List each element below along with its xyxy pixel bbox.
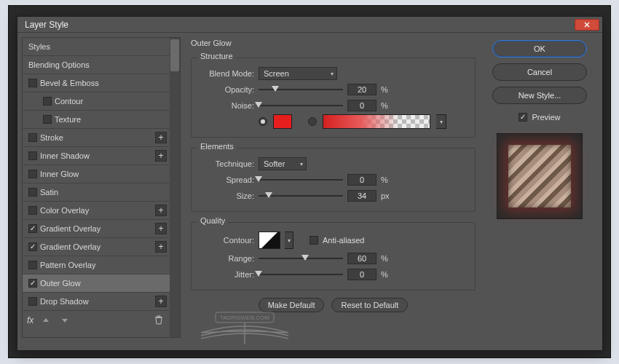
anti-aliased-checkbox[interactable]	[310, 236, 318, 245]
add-effect-button[interactable]: +	[155, 296, 167, 307]
style-checkbox[interactable]	[28, 188, 37, 197]
preview-thumbnail	[497, 133, 583, 219]
style-item[interactable]: Satin	[23, 183, 170, 202]
style-label: Outer Glow	[40, 279, 167, 288]
style-item[interactable]: Pattern Overlay	[23, 256, 170, 274]
contour-dropdown[interactable]: ▾	[285, 232, 293, 249]
opacity-slider[interactable]	[259, 84, 343, 95]
style-item[interactable]: Contour	[23, 92, 170, 111]
range-slider[interactable]	[259, 253, 343, 264]
ok-button[interactable]: OK	[492, 40, 587, 58]
contour-label: Contour:	[200, 236, 254, 245]
anti-aliased-label: Anti-aliased	[323, 236, 364, 245]
style-item[interactable]: Color Overlay+	[23, 202, 170, 220]
layer-style-dialog: Layer Style Styles Blending Options Beve…	[17, 16, 603, 351]
style-item[interactable]: Drop Shadow+	[23, 293, 170, 311]
new-style-button[interactable]: New Style...	[492, 87, 587, 104]
reset-default-button[interactable]: Reset to Default	[331, 298, 408, 312]
gradient-radio[interactable]	[308, 117, 317, 126]
contour-picker[interactable]	[259, 232, 280, 249]
color-swatch[interactable]	[273, 114, 292, 129]
style-label: Drop Shadow	[40, 297, 155, 306]
style-item[interactable]: Gradient Overlay+	[23, 220, 170, 238]
style-checkbox[interactable]	[28, 261, 37, 269]
spread-slider[interactable]	[259, 175, 343, 185]
fx-menu[interactable]: fx	[27, 315, 33, 325]
opacity-value[interactable]: 20	[347, 84, 376, 95]
style-item[interactable]: Texture	[23, 111, 170, 129]
style-label: Color Overlay	[40, 206, 155, 215]
add-effect-button[interactable]: +	[155, 150, 167, 162]
technique-dropdown[interactable]: Softer ▾	[259, 157, 307, 170]
style-checkbox[interactable]	[28, 133, 37, 142]
blend-mode-dropdown[interactable]: Screen ▾	[259, 67, 337, 80]
cancel-button[interactable]: Cancel	[492, 63, 587, 81]
gradient-dropdown[interactable]: ▾	[436, 114, 446, 129]
gradient-swatch[interactable]	[323, 114, 430, 129]
scrollbar-track[interactable]	[170, 38, 180, 337]
range-value[interactable]: 60	[347, 253, 376, 264]
noise-value[interactable]: 0	[347, 100, 376, 111]
scrollbar-thumb[interactable]	[170, 39, 179, 71]
style-checkbox[interactable]	[28, 151, 37, 160]
trash-icon[interactable]	[152, 314, 165, 327]
range-unit: %	[381, 254, 395, 263]
style-label: Inner Shadow	[40, 151, 155, 160]
arrow-down-icon[interactable]	[58, 314, 71, 327]
add-effect-button[interactable]: +	[155, 205, 167, 216]
range-label: Range:	[200, 254, 254, 263]
style-checkbox[interactable]	[28, 279, 37, 288]
style-label: Gradient Overlay	[40, 224, 155, 233]
spread-label: Spread:	[200, 175, 254, 184]
size-label: Size:	[200, 191, 254, 200]
preview-label: Preview	[532, 113, 560, 122]
style-label: Gradient Overlay	[40, 242, 155, 251]
style-checkbox[interactable]	[28, 297, 37, 306]
style-label: Inner Glow	[40, 170, 167, 178]
elements-group: Elements Technique: Softer ▾ Spread: 0 %…	[191, 148, 476, 212]
preview-checkbox[interactable]	[519, 113, 527, 122]
style-checkbox[interactable]	[28, 79, 37, 87]
color-radio[interactable]	[259, 117, 267, 126]
titlebar: Layer Style	[17, 17, 602, 33]
jitter-slider[interactable]	[259, 269, 343, 280]
style-label: Satin	[40, 188, 167, 197]
close-button[interactable]	[575, 19, 599, 31]
style-checkbox[interactable]	[43, 97, 52, 106]
style-checkbox[interactable]	[28, 224, 37, 233]
add-effect-button[interactable]: +	[155, 223, 167, 234]
style-label: Texture	[55, 115, 167, 124]
style-checkbox[interactable]	[43, 115, 52, 124]
style-item[interactable]: Inner Shadow+	[23, 147, 170, 165]
jitter-unit: %	[381, 270, 395, 279]
quality-group: Quality Contour: ▾ Anti-aliased Range: 6…	[191, 222, 476, 290]
style-checkbox[interactable]	[28, 170, 37, 178]
style-label: Bevel & Emboss	[40, 79, 167, 87]
jitter-value[interactable]: 0	[347, 269, 376, 280]
structure-title: Structure	[197, 52, 236, 60]
add-effect-button[interactable]: +	[155, 241, 167, 253]
style-label: Stroke	[40, 133, 155, 142]
preview-texture	[508, 145, 571, 207]
styles-header[interactable]: Styles	[23, 38, 170, 56]
structure-group: Structure Blend Mode: Screen ▾ Opacity: …	[191, 58, 476, 138]
style-checkbox[interactable]	[28, 242, 37, 251]
actions-panel: OK Cancel New Style... Preview	[484, 33, 602, 350]
style-item[interactable]: Bevel & Emboss	[23, 74, 170, 92]
blending-options[interactable]: Blending Options	[23, 56, 170, 74]
noise-slider[interactable]	[259, 100, 343, 111]
size-slider[interactable]	[259, 191, 343, 201]
spread-value[interactable]: 0	[347, 174, 376, 186]
style-item[interactable]: Outer Glow	[23, 274, 170, 293]
arrow-up-icon[interactable]	[39, 314, 52, 327]
opacity-label: Opacity:	[200, 85, 254, 94]
style-item[interactable]: Gradient Overlay+	[23, 238, 170, 256]
add-effect-button[interactable]: +	[155, 132, 167, 143]
close-icon	[584, 22, 590, 28]
style-item[interactable]: Inner Glow	[23, 165, 170, 183]
style-item[interactable]: Stroke+	[23, 129, 170, 147]
style-checkbox[interactable]	[28, 206, 37, 215]
styles-footer: fx	[23, 311, 170, 329]
noise-label: Noise:	[200, 101, 254, 110]
size-value[interactable]: 34	[347, 190, 376, 202]
